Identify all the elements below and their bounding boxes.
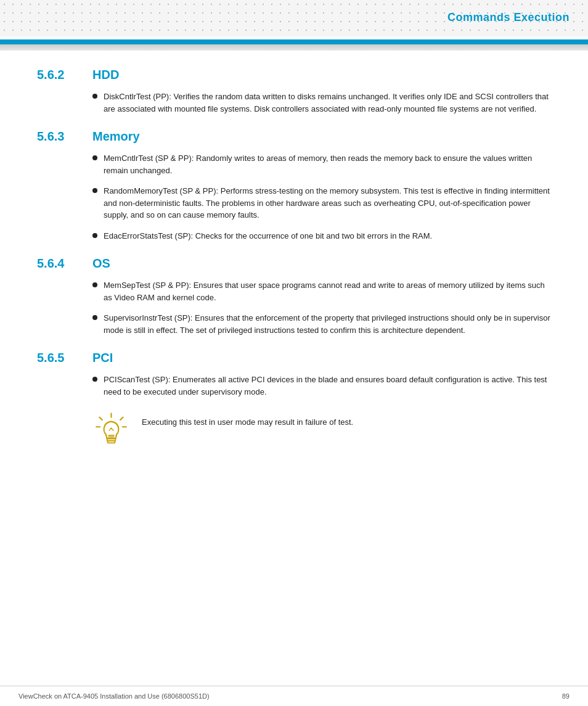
note-text: Executing this test in user mode may res… [142,410,353,429]
section-5-6-2-title: HDD [92,68,119,82]
section-5-6-3-body: MemCntlrTest (SP & PP): Randomly writes … [92,152,551,242]
section-5-6-5-number: 5.6.5 [37,351,80,365]
bullet-icon [92,233,97,238]
section-5-6-3-title: Memory [92,129,140,144]
list-item: MemCntlrTest (SP & PP): Randomly writes … [92,152,551,176]
section-5-6-4-body: MemSepTest (SP & PP): Ensures that user … [92,279,551,336]
section-5-6-2-list: DiskCntlrTest (PP): Verifies the random … [92,91,551,115]
list-item: DiskCntlrTest (PP): Verifies the random … [92,91,551,115]
section-5-6-5: 5.6.5 PCI PCIScanTest (SP): Enumerates a… [37,351,551,453]
bullet-text: MemSepTest (SP & PP): Ensures that user … [104,279,551,303]
list-item: SupervisorInstrTest (SP): Ensures that t… [92,312,551,336]
svg-line-1 [99,417,102,419]
list-item: RandomMemoryTest (SP & PP): Performs str… [92,185,551,221]
section-5-6-2: 5.6.2 HDD DiskCntlrTest (PP): Verifies t… [37,68,551,115]
header-blue-bar [0,39,588,44]
section-5-6-2-number: 5.6.2 [37,68,80,82]
section-5-6-3-number: 5.6.3 [37,129,80,144]
bullet-text: DiskCntlrTest (PP): Verifies the random … [104,91,551,115]
lightbulb-icon [92,410,129,453]
main-content: 5.6.2 HDD DiskCntlrTest (PP): Verifies t… [0,55,588,505]
section-5-6-4-list: MemSepTest (SP & PP): Ensures that user … [92,279,551,336]
bullet-text: SupervisorInstrTest (SP): Ensures that t… [104,312,551,336]
page-footer: ViewCheck on ATCA-9405 Installation and … [0,686,588,706]
section-5-6-2-body: DiskCntlrTest (PP): Verifies the random … [92,91,551,115]
footer-right: 89 [562,692,570,700]
section-5-6-4-header: 5.6.4 OS [37,257,551,271]
section-5-6-3-list: MemCntlrTest (SP & PP): Randomly writes … [92,152,551,242]
list-item: EdacErrorStatsTest (SP): Checks for the … [92,230,551,242]
section-5-6-2-header: 5.6.2 HDD [37,68,551,82]
header-title-area: Commands Execution [447,0,588,24]
bullet-text: PCIScanTest (SP): Enumerates all active … [104,374,551,398]
bullet-icon [92,94,97,99]
list-item: PCIScanTest (SP): Enumerates all active … [92,374,551,398]
svg-line-2 [120,417,123,419]
list-item: MemSepTest (SP & PP): Ensures that user … [92,279,551,303]
bullet-text: EdacErrorStatsTest (SP): Checks for the … [104,230,551,242]
section-5-6-3-header: 5.6.3 Memory [37,129,551,144]
section-5-6-4: 5.6.4 OS MemSepTest (SP & PP): Ensures t… [37,257,551,336]
svg-rect-8 [107,440,115,442]
footer-left: ViewCheck on ATCA-9405 Installation and … [18,692,210,700]
bullet-icon [92,377,97,382]
bullet-text: MemCntlrTest (SP & PP): Randomly writes … [104,152,551,176]
section-5-6-5-title: PCI [92,351,113,365]
bullet-icon [92,188,97,193]
header-gray-bar [0,44,588,51]
section-5-6-5-body: PCIScanTest (SP): Enumerates all active … [92,374,551,453]
note-box: Executing this test in user mode may res… [92,410,551,453]
bullet-text: RandomMemoryTest (SP & PP): Performs str… [104,185,551,221]
lightbulb-svg [94,412,128,452]
page-title: Commands Execution [447,11,570,23]
section-5-6-4-title: OS [92,257,110,271]
section-5-6-5-header: 5.6.5 PCI [37,351,551,365]
section-5-6-4-number: 5.6.4 [37,257,80,271]
section-5-6-5-list: PCIScanTest (SP): Enumerates all active … [92,374,551,398]
page-header: Commands Execution [0,0,588,55]
bullet-icon [92,155,97,160]
bullet-icon [92,315,97,320]
bullet-icon [92,282,97,287]
section-5-6-3: 5.6.3 Memory MemCntlrTest (SP & PP): Ran… [37,129,551,242]
